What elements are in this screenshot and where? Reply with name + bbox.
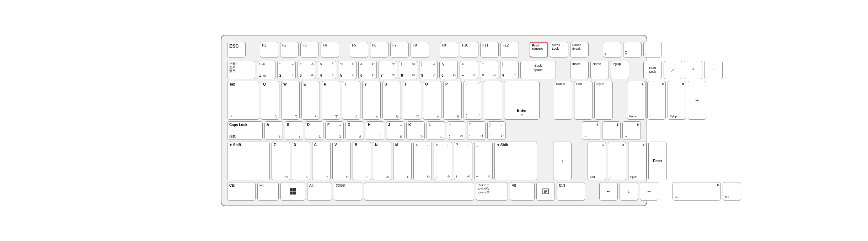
key-f9[interactable]: F9: [440, 42, 458, 57]
key-g[interactable]: G き: [345, 121, 364, 140]
key-num4[interactable]: 4 ←: [582, 121, 600, 140]
key-b[interactable]: B こ: [353, 142, 371, 180]
key-appkey[interactable]: [536, 182, 555, 201]
key-y[interactable]: Y ん: [362, 81, 381, 120]
key-semicolon[interactable]: + ;れ: [447, 121, 465, 140]
key-insert[interactable]: Insert: [570, 61, 589, 79]
key-f10[interactable]: F10: [460, 42, 478, 57]
key-win[interactable]: [280, 182, 305, 201]
key-backspace[interactable]: Backspace: [520, 61, 556, 79]
key-r[interactable]: R す: [322, 81, 340, 120]
key-shift-left[interactable]: ⇧ Shift: [227, 142, 270, 180]
key-numlock[interactable]: NumLock: [643, 61, 662, 79]
key-esc[interactable]: ESC: [227, 42, 246, 57]
key-alt-left[interactable]: Alt: [307, 182, 332, 201]
key-slash[interactable]: ?・ /め: [454, 142, 472, 180]
key-period[interactable]: >。 .る: [434, 142, 452, 180]
key-2[interactable]: "ふ 2ふ: [277, 61, 296, 79]
key-k[interactable]: K の: [406, 121, 425, 140]
key-f[interactable]: F＿ は: [325, 121, 344, 140]
key-numenter[interactable]: Enter: [648, 142, 667, 180]
key-c[interactable]: C そ: [312, 142, 331, 180]
key-comma[interactable]: <、 ,ね: [413, 142, 432, 180]
key-p[interactable]: P゛ せ: [443, 81, 462, 120]
key-numdiv[interactable]: ／: [664, 61, 682, 79]
key-i[interactable]: I に: [403, 81, 421, 120]
key-num0[interactable]: 0 Ins: [673, 182, 721, 201]
key-home[interactable]: Home: [590, 61, 609, 79]
key-capslock[interactable]: Caps Lock 英数: [227, 121, 263, 140]
key-num9[interactable]: 9 PgUp: [668, 81, 686, 120]
key-n[interactable]: N み: [373, 142, 391, 180]
key-hankaku[interactable]: 半角/全角漢字: [227, 61, 255, 79]
key-z[interactable]: Z つ: [272, 142, 290, 180]
key-arrow-down[interactable]: ↓: [620, 182, 638, 201]
key-numadd[interactable]: ＋: [688, 81, 706, 120]
key-f3[interactable]: F3: [300, 42, 319, 57]
key-h[interactable]: H く: [366, 121, 384, 140]
key-delete[interactable]: Delete: [554, 81, 572, 120]
key-9[interactable]: )よ 9よ: [419, 61, 438, 79]
key-f6[interactable]: F6: [370, 42, 389, 57]
key-num6[interactable]: 6 →: [622, 121, 641, 140]
key-f4[interactable]: F4: [321, 42, 339, 57]
key-3[interactable]: #あ 3あ: [298, 61, 316, 79]
key-enter[interactable]: Enter ↵: [504, 81, 540, 120]
key-numdel[interactable]: ． Del: [723, 182, 741, 201]
key-f2[interactable]: F2: [280, 42, 299, 57]
key-num7[interactable]: 7 Home: [627, 81, 645, 120]
key-num1[interactable]: 1 End: [588, 142, 606, 180]
key-f1[interactable]: F1: [260, 42, 278, 57]
key-m[interactable]: M も: [393, 142, 412, 180]
key-w[interactable]: W て: [281, 81, 300, 120]
key-x[interactable]: X さ: [292, 142, 310, 180]
key-colon[interactable]: * :け: [467, 121, 486, 140]
key-f5[interactable]: F5: [350, 42, 368, 57]
key-s[interactable]: S と: [285, 121, 303, 140]
key-7[interactable]: 'や 7や: [379, 61, 397, 79]
key-backslash[interactable]: _ −ろ: [474, 142, 493, 180]
key-muhenkan[interactable]: 無変換: [334, 182, 362, 201]
key-f11[interactable]: F11: [480, 42, 499, 57]
key-pgdn[interactable]: PgDn: [594, 81, 613, 120]
key-l[interactable]: L り: [427, 121, 445, 140]
key-num8[interactable]: 8 ↑: [647, 81, 666, 120]
key-f7[interactable]: F7: [390, 42, 409, 57]
key-space[interactable]: [364, 182, 474, 201]
key-d[interactable]: D し: [305, 121, 323, 140]
key-scrolllock[interactable]: ScrollLock: [550, 42, 568, 57]
key-tab[interactable]: Tab ⇥: [227, 81, 259, 120]
key-j[interactable]: J＿ ま: [386, 121, 404, 140]
key-lbracket[interactable]: {「 [°: [464, 81, 482, 120]
key-rbracket[interactable]: [484, 81, 502, 120]
key-8[interactable]: (ゆ 8ゆ: [399, 61, 417, 79]
key-nummul[interactable]: ＊: [684, 61, 702, 79]
key-e[interactable]: E い: [301, 81, 320, 120]
key-printscreen[interactable]: PrintScreen: [530, 42, 548, 57]
key-katakana[interactable]: カタカナひらがなローマ字: [476, 182, 508, 201]
key-t[interactable]: T か: [342, 81, 360, 120]
key-a[interactable]: A ち: [264, 121, 283, 140]
key-o[interactable]: O ら: [423, 81, 441, 120]
key-num3[interactable]: 3 PgDn: [628, 142, 647, 180]
key-rbracket2[interactable]: }」 ]む: [487, 121, 506, 140]
key-arrow-up[interactable]: ↑: [553, 142, 572, 180]
key-ctrl-right[interactable]: Ctrl: [557, 182, 585, 201]
key-alt-right[interactable]: Alt: [510, 182, 535, 201]
key-num5[interactable]: 5: [602, 121, 621, 140]
key-4[interactable]: $う 4う: [318, 61, 336, 79]
key-minus[interactable]: = −ほ: [460, 61, 478, 79]
key-yen[interactable]: | ¥ー: [500, 61, 519, 79]
key-pause[interactable]: PauseBreak: [570, 42, 589, 57]
key-arrow-right[interactable]: →: [640, 182, 658, 201]
key-5[interactable]: %え 5え: [338, 61, 357, 79]
key-v[interactable]: V ひ: [332, 142, 351, 180]
key-6[interactable]: &お 6お: [358, 61, 377, 79]
key-arrow-left[interactable]: ←: [599, 182, 618, 201]
key-end[interactable]: End: [574, 81, 593, 120]
key-1[interactable]: !ぬ 1ぬ: [257, 61, 275, 79]
key-caret[interactable]: ~ ^へ: [480, 61, 498, 79]
key-ctrl-left[interactable]: Ctrl: [227, 182, 256, 201]
key-q[interactable]: Q た: [261, 81, 279, 120]
key-f12[interactable]: F12: [500, 42, 519, 57]
